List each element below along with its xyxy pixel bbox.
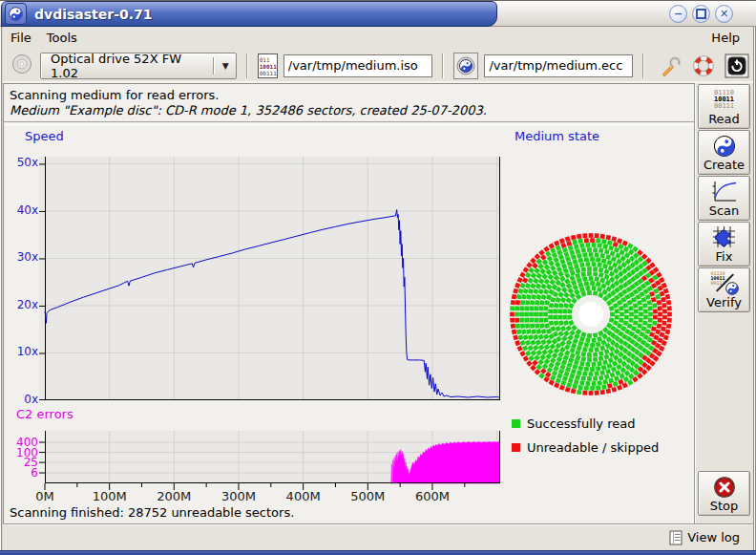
ecc-file-icon [453, 53, 479, 79]
menu-help[interactable]: Help [704, 29, 747, 47]
axis-tick-label: 100M [85, 489, 135, 503]
separator [4, 121, 694, 125]
toolbar-separator [642, 53, 644, 78]
verify-icon: 01110 10011 00111 [710, 270, 739, 295]
title-tab[interactable]: dvdisaster-0.71 [1, 1, 497, 27]
c2-errors-title: C2 errors [16, 407, 74, 421]
window-bottom-border [0, 550, 756, 555]
chevron-down-icon: ▼ [220, 61, 232, 71]
toolbar: Optical drive 52X FW 1.02 ▼ 011 10011 00… [3, 48, 753, 84]
drive-select[interactable]: Optical drive 52X FW 1.02 ▼ [40, 53, 237, 79]
axis-tick-label: 300M [214, 489, 263, 503]
axis-tick-label: 40x [6, 203, 38, 217]
drive-disc-button[interactable] [10, 52, 34, 79]
legend-label: Unreadable / skipped [527, 440, 659, 455]
green-swatch-icon [512, 419, 520, 428]
medium-state-title: Medium state [514, 129, 599, 143]
legend-label: Successfully read [527, 416, 635, 431]
axis-tick-label: 0x [6, 393, 38, 406]
minimize-button[interactable]: − [669, 5, 687, 23]
maximize-icon [696, 9, 706, 19]
quit-button[interactable] [724, 53, 749, 79]
binary-read-icon: 01110 10011 00111 [714, 90, 734, 110]
toolbar-separator [246, 53, 248, 78]
action-sidebar: 01110 10011 00111 Read Create [694, 83, 753, 523]
status-line2: Medium "Example disc": CD-R mode 1, 3524… [10, 103, 487, 117]
maximize-button[interactable] [692, 5, 710, 23]
axis-tick-label: 500M [343, 489, 392, 503]
view-log-label: View log [687, 530, 740, 544]
axis-tick-label: 20x [6, 298, 38, 311]
app-logo-icon [5, 3, 27, 25]
minimize-icon: − [674, 9, 682, 19]
scan-result-text: Scanning finished: 28752 unreadable sect… [10, 505, 294, 520]
axis-tick-label: 30x [6, 250, 38, 264]
charts-panel: Scanning medium for read errors. Medium … [3, 83, 694, 523]
axis-tick-label: 200M [149, 489, 199, 503]
menu-file[interactable]: File [3, 29, 39, 47]
verify-button[interactable]: 01110 10011 00111 Verify [698, 267, 750, 312]
stop-button[interactable]: Stop [698, 471, 750, 516]
status-line1: Scanning medium for read errors. [10, 88, 219, 102]
read-button[interactable]: 01110 10011 00111 Read [698, 84, 750, 129]
window-controls: − ✕ [669, 5, 733, 23]
yin-yang-icon [713, 135, 736, 158]
stop-icon [713, 476, 736, 499]
preferences-button[interactable] [658, 53, 683, 79]
axis-tick-label: 0M [20, 489, 70, 503]
iso-path-input[interactable] [284, 54, 432, 77]
speed-chart [39, 157, 500, 400]
statusbar: View log [3, 523, 753, 550]
axis-tick-label: 50x [6, 156, 38, 169]
speed-chart-title: Speed [25, 129, 64, 143]
menubar: File Tools Help [3, 27, 753, 49]
close-button[interactable]: ✕ [715, 5, 733, 23]
fix-button[interactable]: Fix [698, 222, 750, 267]
wrench-icon [660, 54, 682, 77]
view-log-button[interactable]: View log [663, 529, 746, 546]
axis-tick-label: 600M [408, 489, 457, 503]
puzzle-piece-icon [711, 224, 737, 249]
scan-graph-icon [711, 181, 737, 203]
axis-tick-label: 6 [6, 466, 38, 480]
window-title: dvdisaster-0.71 [34, 7, 153, 22]
ecc-path-input[interactable] [484, 54, 633, 77]
scan-button[interactable]: Scan [698, 176, 750, 221]
close-icon: ✕ [720, 9, 728, 19]
log-icon [669, 530, 682, 545]
toolbar-separator [442, 53, 444, 78]
axis-tick-label: 10x [6, 345, 38, 358]
axis-tick-label: 400M [279, 489, 328, 503]
c2-errors-chart [39, 431, 500, 492]
legend-unreadable: Unreadable / skipped [512, 440, 659, 455]
legend-successfully-read: Successfully read [512, 416, 635, 431]
help-button[interactable] [691, 53, 717, 79]
app-window: dvdisaster-0.71 − ✕ File Tools Help Opti… [0, 0, 756, 555]
drive-select-value: Optical drive 52X FW 1.02 [51, 52, 203, 80]
combo-separator [213, 57, 215, 75]
power-icon [724, 53, 749, 78]
iso-file-icon: 011 10011 00111 [258, 53, 278, 78]
lifesaver-icon [692, 54, 715, 77]
create-button[interactable]: Create [698, 130, 750, 175]
menu-tools[interactable]: Tools [39, 29, 85, 47]
optical-disc-icon [11, 53, 32, 75]
medium-state-disc [506, 229, 678, 401]
red-swatch-icon [512, 443, 520, 452]
titlebar: dvdisaster-0.71 − ✕ [0, 0, 756, 27]
